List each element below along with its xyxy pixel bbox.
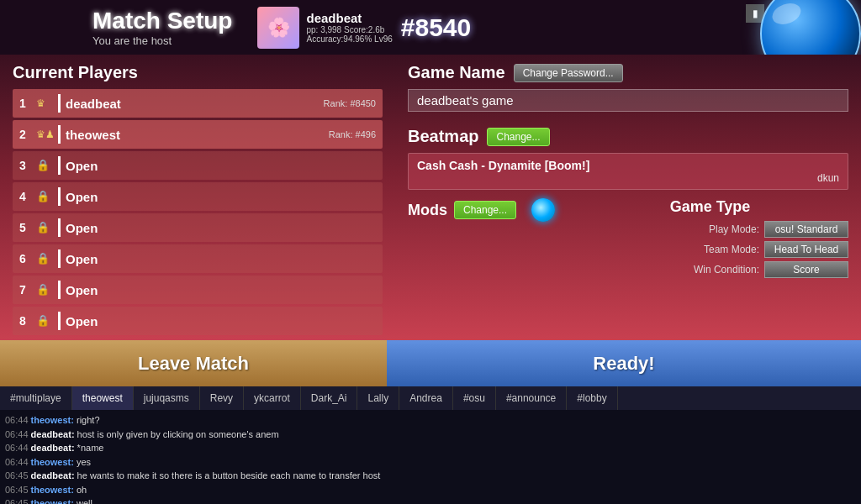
- beatmap-section: Beatmap Change...: [408, 127, 848, 146]
- beatmap-author: dkun: [417, 172, 839, 184]
- crown-icon: ♛: [36, 97, 53, 109]
- change-mods-button[interactable]: Change...: [454, 201, 516, 219]
- user-details: deadbeat pp: 3,998 Score:2.6b Accuracy:9…: [306, 11, 392, 44]
- tab-lobby[interactable]: #lobby: [567, 386, 617, 410]
- player-separator: [58, 218, 61, 237]
- lock-icon: 🔒: [36, 159, 50, 172]
- tab-ykcarrot[interactable]: ykcarrot: [244, 386, 301, 410]
- player-separator: [58, 94, 61, 113]
- mods-section: Mods Change...: [408, 198, 555, 222]
- lock-icon: 🔒: [36, 190, 50, 203]
- table-row[interactable]: 1 ♛ deadbeat Rank: #8450: [13, 89, 383, 118]
- play-mode-row: Play Mode: osu! Standard: [572, 221, 848, 238]
- beatmap-title: Cash Cash - Dynamite [Boom!]: [417, 159, 839, 172]
- player-num: 5: [19, 221, 36, 234]
- level-stat: Lv96: [374, 34, 393, 44]
- player-num: 2: [19, 128, 36, 141]
- game-name-label: Game Name: [408, 63, 505, 82]
- player-name: Open: [66, 190, 376, 204]
- action-buttons: Leave Match Ready!: [0, 340, 861, 386]
- team-mode-label: Team Mode:: [684, 244, 759, 255]
- win-condition-value: Score: [764, 261, 848, 278]
- mods-label: Mods: [408, 202, 447, 219]
- players-list: 1 ♛ deadbeat Rank: #8450 2 ♛♟ theowest R…: [13, 89, 383, 335]
- top-bar: Match Setup You are the host 🌸 deadbeat …: [0, 0, 861, 55]
- beatmap-info: Cash Cash - Dynamite [Boom!] dkun: [408, 153, 848, 190]
- lock-icon: 🔒: [36, 252, 50, 265]
- team-mode-value: Head To Head: [764, 241, 848, 258]
- player-separator: [58, 187, 61, 206]
- game-name-section: Game Name Change Password...: [408, 63, 848, 82]
- table-row[interactable]: 3 🔒 Open: [13, 151, 383, 180]
- avatar: 🌸: [257, 7, 299, 49]
- play-mode-value: osu! Standard: [764, 221, 848, 238]
- player-num: 6: [19, 252, 36, 265]
- list-item: 06:44 deadbeat: *name: [5, 441, 856, 455]
- ready-button[interactable]: Ready!: [387, 340, 861, 386]
- game-type-title: Game Type: [572, 198, 848, 216]
- list-item: 06:44 theowest: yes: [5, 455, 856, 470]
- player-num: 7: [19, 283, 36, 297]
- player-separator: [58, 156, 61, 175]
- player-num: 8: [19, 314, 36, 328]
- player-num: 3: [19, 159, 36, 172]
- tab-dark-ai[interactable]: Dark_Ai: [301, 386, 358, 410]
- player-separator: [58, 249, 61, 268]
- list-item: 06:45 theowest: well: [5, 496, 856, 504]
- team-mode-row: Team Mode: Head To Head: [572, 241, 848, 258]
- chat-area: 06:44 theowest: right? 06:44 deadbeat: h…: [0, 410, 861, 504]
- tab-osu[interactable]: #osu: [453, 386, 496, 410]
- title-area: Match Setup You are the host: [92, 8, 232, 47]
- score-display: #8540: [401, 13, 471, 42]
- win-condition-row: Win Condition: Score: [572, 261, 848, 278]
- table-row[interactable]: 5 🔒 Open: [13, 213, 383, 242]
- change-password-button[interactable]: Change Password...: [514, 64, 623, 82]
- tab-revy[interactable]: Revy: [200, 386, 244, 410]
- player-name: Open: [66, 314, 376, 328]
- player-rank: Rank: #496: [329, 129, 376, 139]
- lock-icon: 🔒: [36, 314, 50, 328]
- players-panel: Current Players 1 ♛ deadbeat Rank: #8450…: [0, 55, 395, 340]
- leave-match-button[interactable]: Leave Match: [0, 340, 387, 386]
- table-row[interactable]: 8 🔒 Open: [13, 307, 383, 335]
- player-name: Open: [66, 159, 376, 173]
- list-item: 06:45 deadbeat: he wants to make it so t…: [5, 469, 856, 483]
- game-name-input[interactable]: [408, 89, 848, 112]
- table-row[interactable]: 4 🔒 Open: [13, 182, 383, 211]
- players-title: Current Players: [13, 63, 383, 82]
- mods-gametype-row: Mods Change... Game Type Play Mode: osu!…: [408, 198, 848, 281]
- player-separator: [58, 281, 61, 299]
- player-name: deadbeat: [66, 97, 324, 111]
- change-beatmap-button[interactable]: Change...: [487, 128, 549, 146]
- player-rank: Rank: #8450: [324, 98, 376, 108]
- page-title: Match Setup: [92, 8, 232, 34]
- player-name: theowest: [66, 128, 329, 142]
- mods-indicator: [531, 198, 555, 222]
- settings-panel: Game Name Change Password... Beatmap Cha…: [395, 55, 861, 340]
- crown-icon: ♛♟: [36, 129, 53, 140]
- user-stats: pp: 3,998 Score:2.6b Accuracy:94.96% Lv9…: [306, 25, 392, 44]
- lock-icon: 🔒: [36, 283, 50, 297]
- player-num: 4: [19, 190, 36, 203]
- tab-jujuqasms[interactable]: jujuqasms: [134, 386, 200, 410]
- tab-theowest[interactable]: theowest: [72, 386, 134, 410]
- tab-multiplayer[interactable]: #multiplaye: [0, 386, 72, 410]
- table-row[interactable]: 6 🔒 Open: [13, 244, 383, 273]
- list-item: 06:44 deadbeat: host is only given by cl…: [5, 428, 856, 442]
- tab-lally[interactable]: Lally: [357, 386, 399, 410]
- table-row[interactable]: 7 🔒 Open: [13, 276, 383, 304]
- tab-andrea[interactable]: Andrea: [399, 386, 453, 410]
- lock-icon: 🔒: [36, 221, 50, 234]
- pp-stat: pp: 3,998: [306, 25, 341, 34]
- play-mode-label: Play Mode:: [684, 223, 759, 235]
- main-area: Current Players 1 ♛ deadbeat Rank: #8450…: [0, 55, 861, 340]
- list-item: 06:44 theowest: right?: [5, 413, 856, 428]
- player-name: Open: [66, 283, 376, 297]
- username: deadbeat: [306, 11, 392, 25]
- user-info: 🌸 deadbeat pp: 3,998 Score:2.6b Accuracy…: [257, 7, 471, 49]
- score-stat: Score:2.6b: [344, 25, 384, 34]
- table-row[interactable]: 2 ♛♟ theowest Rank: #496: [13, 120, 383, 149]
- tab-announce[interactable]: #announce: [496, 386, 567, 410]
- list-item: 06:45 theowest: oh: [5, 483, 856, 497]
- beatmap-label: Beatmap: [408, 127, 478, 146]
